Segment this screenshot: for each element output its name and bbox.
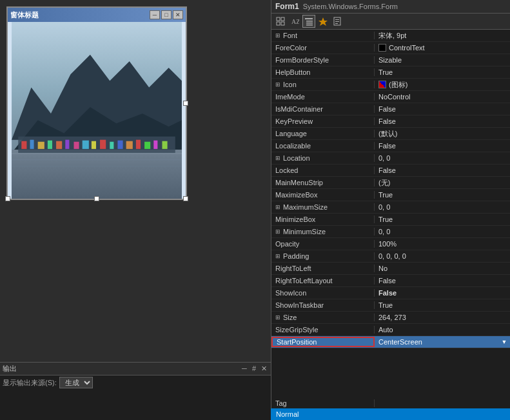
expand-size-icon[interactable]: ⊞ [275,314,280,321]
output-pin-button[interactable]: ─ [240,365,248,373]
svg-rect-20 [153,141,157,149]
svg-rect-10 [65,140,69,149]
form-minimize-button[interactable]: ─ [150,10,160,19]
properties-alpha-icon[interactable]: AZ [288,15,301,28]
svg-rect-28 [281,22,284,25]
prop-value-startposition: CenterScreen ▼ Manual CenterScreen Windo… [375,337,510,347]
svg-rect-27 [277,22,280,25]
output-source-label: 显示输出来源(S): [3,378,57,388]
table-row: ⊞ MinimumSize 0, 0 [271,226,510,238]
expand-location-icon[interactable]: ⊞ [275,155,280,161]
svg-rect-5 [21,141,26,149]
properties-form-name: Form1 [275,2,299,11]
svg-rect-8 [48,141,52,149]
output-float-button[interactable]: # [251,365,257,373]
form-background-image [8,22,186,199]
output-close-button[interactable]: ✕ [260,365,268,373]
form-maximize-button[interactable]: □ [161,10,172,19]
svg-rect-14 [100,140,106,149]
svg-rect-13 [92,141,96,149]
table-row: ShowInTaskbar True [271,299,510,312]
table-row: Locked False [271,165,510,177]
expand-minimumsize-icon[interactable]: ⊞ [275,228,280,235]
table-row: Opacity 100% [271,238,510,250]
properties-header: Form1 System.Windows.Forms.Form [271,0,510,14]
prop-value-language: (默认) [375,129,510,139]
svg-rect-7 [38,142,44,149]
prop-name-opacity: Opacity [271,240,375,248]
properties-category-icon[interactable] [302,15,315,28]
prop-name-righttoleftlayout: RightToLeftLayout [271,277,375,285]
form-resize-handle-right[interactable] [183,101,188,106]
svg-rect-3 [12,150,182,199]
output-source-select[interactable]: 生成 [59,377,93,388]
output-panel: 输出 ─ # ✕ 显示输出来源(S): 生成 [0,362,271,420]
table-row: ⊞ Icon (图标) [271,79,510,91]
form-resize-handle-bottom[interactable] [94,196,99,201]
properties-toolbar: AZ [271,14,510,30]
prop-name-tag: Tag [271,399,375,407]
startposition-dropdown-arrow[interactable]: ▼ [499,337,509,347]
svg-rect-17 [126,141,133,149]
properties-page-icon[interactable] [331,15,344,28]
prop-name-size: ⊞ Size [271,314,375,321]
svg-rect-22 [12,153,182,154]
prop-value-showintaskbar: True [375,301,510,309]
svg-rect-18 [136,140,141,149]
prop-name-maximumsize: ⊞ MaximumSize [271,203,375,211]
expand-icon-icon[interactable]: ⊞ [275,81,280,88]
properties-form-type: System.Windows.Forms.Form [303,3,398,10]
form-title: 窗体标题 [10,10,39,20]
table-row: ForeColor ControlText [271,42,510,54]
expand-font-icon[interactable]: ⊞ [275,32,280,39]
prop-name-sizegripstyle: SizeGripStyle [271,326,375,334]
prop-value-mainmenustrip: (无) [375,178,510,188]
svg-rect-38 [335,23,338,24]
properties-grid-icon[interactable] [274,15,287,28]
svg-rect-33 [306,25,313,26]
svg-rect-24 [12,166,182,166]
expand-maximumsize-icon[interactable]: ⊞ [275,204,280,210]
table-row: RightToLeft No [271,263,510,275]
prop-value-forecolor: ControlText [375,44,510,52]
table-row: ⊞ Location 0, 0 [271,152,510,165]
output-header-controls: ─ # ✕ [240,365,268,373]
prop-name-helpbutton: HelpButton [271,68,375,76]
form-close-button[interactable]: ✕ [173,10,183,19]
properties-event-icon[interactable] [317,15,329,28]
output-title: 输出 [3,364,17,374]
form-resize-handle-br[interactable] [183,196,188,201]
prop-name-font: ⊞ Font [271,32,375,39]
svg-rect-32 [306,23,313,24]
form-window-buttons: ─ □ ✕ [150,10,183,19]
form-resize-handle-bl[interactable] [5,196,10,201]
prop-name-startposition: StartPosition [271,337,375,347]
prop-name-minimizebox: MinimizeBox [271,215,375,223]
prop-name-imemode: ImeMode [271,93,375,101]
table-row: ImeMode NoControl [271,91,510,103]
prop-value-font: 宋体, 9pt [375,31,510,41]
table-row: MainMenuStrip (无) [271,177,510,189]
svg-text:AZ: AZ [291,18,299,25]
prop-value-locked: False [375,166,510,174]
table-row: ⊞ Padding 0, 0, 0, 0 [271,250,510,263]
left-panel: 窗体标题 ─ □ ✕ [0,0,271,420]
status-bar: Normal [271,408,510,420]
prop-name-formborderstyle: FormBorderStyle [271,56,375,64]
prop-value-location: 0, 0 [375,154,510,162]
table-row: SizeGripStyle Auto [271,324,510,336]
expand-padding-icon[interactable]: ⊞ [275,253,280,259]
table-row: Localizable False [271,140,510,152]
prop-name-locked: Locked [271,166,375,174]
svg-rect-23 [12,159,182,160]
prop-name-padding: ⊞ Padding [271,252,375,260]
prop-value-righttoleftlayout: False [375,277,510,285]
table-row: ⊞ Font 宋体, 9pt [271,30,510,42]
form-body [8,22,186,199]
svg-rect-6 [30,140,34,149]
prop-value-maximizebox: True [375,191,510,199]
prop-value-imemode: NoControl [375,93,510,101]
prop-name-location: ⊞ Location [271,154,375,162]
startposition-row[interactable]: StartPosition CenterScreen ▼ Manual Cent… [271,336,510,348]
svg-rect-9 [56,141,62,149]
